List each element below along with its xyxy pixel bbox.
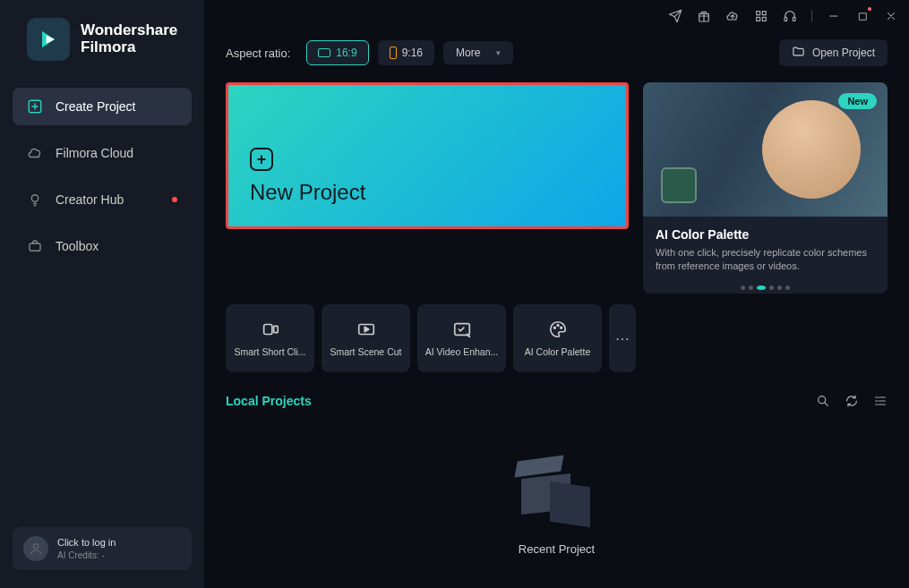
tool-more-button[interactable]: ⋯ (609, 304, 636, 372)
promo-card[interactable]: New AI Color Palette With one click, pre… (643, 82, 888, 294)
sidebar-item-label: Create Project (56, 99, 135, 114)
refresh-icon[interactable] (845, 394, 859, 408)
new-project-card[interactable]: + New Project (226, 82, 629, 229)
carousel-dots[interactable] (643, 278, 888, 294)
tool-ai-video-enhance[interactable]: AI Video Enhan... (417, 304, 506, 372)
aspect-16-9-button[interactable]: 16:9 (306, 40, 368, 65)
brand-line2: Filmora (81, 39, 177, 56)
avatar-icon (23, 536, 48, 561)
empty-box-icon (517, 453, 597, 524)
svg-point-3 (33, 544, 38, 549)
sidebar: Wondershare Filmora Create Project Filmo… (0, 0, 204, 588)
svg-rect-12 (263, 325, 271, 335)
chevron-down-icon: ▾ (496, 48, 501, 57)
more-aspect-button[interactable]: More ▾ (443, 41, 513, 64)
ar-9-16-text: 9:16 (402, 47, 423, 59)
titlebar (204, 0, 909, 32)
more-label: More (456, 47, 480, 59)
landscape-icon (318, 48, 330, 57)
login-label: Click to log in (57, 537, 116, 548)
apps-icon[interactable] (754, 9, 768, 23)
headset-icon[interactable] (783, 9, 797, 23)
aspect-ratio-label: Aspect ratio: (226, 47, 290, 60)
sidebar-item-filmora-cloud[interactable]: Filmora Cloud (13, 134, 192, 172)
portrait-icon (390, 47, 397, 59)
open-project-label: Open Project (812, 47, 875, 59)
sidebar-item-label: Filmora Cloud (56, 146, 133, 160)
list-view-icon[interactable] (873, 394, 888, 408)
promo-description: With one click, precisely replicate colo… (656, 246, 875, 273)
brand-logo: Wondershare Filmora (0, 18, 204, 88)
login-prompt[interactable]: Click to log in AI Credits: - (13, 527, 192, 570)
maximize-icon[interactable] (855, 9, 870, 23)
send-icon[interactable] (668, 9, 682, 23)
clip-icon (261, 320, 280, 339)
plus-square-icon (27, 98, 43, 115)
svg-rect-7 (757, 17, 760, 21)
cloud-upload-icon[interactable] (725, 9, 740, 23)
svg-point-16 (553, 327, 555, 328)
svg-rect-10 (793, 17, 795, 21)
svg-rect-8 (762, 17, 766, 21)
folder-icon (792, 45, 805, 61)
tool-ai-color-palette[interactable]: AI Color Palette (513, 304, 602, 372)
bulb-icon (27, 192, 43, 208)
sidebar-item-label: Creator Hub (56, 192, 124, 207)
svg-rect-5 (757, 12, 760, 15)
tool-label: AI Video Enhan... (423, 346, 501, 357)
ar-16-9-text: 16:9 (336, 47, 356, 59)
sidebar-item-create-project[interactable]: Create Project (13, 88, 192, 125)
tool-label: Smart Short Cli... (231, 346, 309, 357)
new-project-label: New Project (250, 180, 605, 205)
divider (811, 10, 812, 22)
close-icon[interactable] (884, 9, 898, 23)
aspect-9-16-button[interactable]: 9:16 (378, 40, 434, 65)
scene-cut-icon (356, 320, 376, 339)
svg-rect-2 (30, 243, 40, 251)
new-badge: New (838, 93, 877, 109)
recent-project-label: Recent Project (519, 542, 595, 556)
svg-rect-11 (859, 13, 866, 20)
svg-rect-6 (762, 12, 766, 15)
credits-label: AI Credits: - (57, 550, 116, 560)
svg-point-1 (31, 195, 39, 202)
minimize-icon[interactable] (827, 9, 841, 23)
empty-state: Recent Project (226, 408, 888, 556)
open-project-button[interactable]: Open Project (779, 39, 888, 66)
svg-point-19 (819, 396, 826, 404)
enhance-icon (452, 320, 472, 339)
notification-dot-icon (172, 197, 177, 202)
main-area: Aspect ratio: 16:9 9:16 More ▾ Open Proj… (204, 0, 909, 588)
filmora-logo-icon (27, 18, 70, 61)
more-dots-icon: ⋯ (615, 330, 630, 347)
svg-point-18 (560, 327, 562, 328)
sidebar-item-toolbox[interactable]: Toolbox (13, 227, 192, 265)
promo-image: New (643, 82, 888, 217)
cloud-icon (27, 145, 43, 161)
search-icon[interactable] (816, 394, 830, 408)
palette-icon (548, 320, 568, 339)
gift-icon[interactable] (697, 9, 711, 23)
local-projects-title[interactable]: Local Projects (226, 394, 312, 408)
svg-rect-13 (273, 326, 278, 332)
tool-label: AI Color Palette (519, 346, 596, 357)
sidebar-item-creator-hub[interactable]: Creator Hub (13, 181, 192, 218)
svg-point-17 (557, 325, 559, 327)
svg-rect-9 (785, 17, 787, 21)
plus-icon: + (250, 148, 273, 171)
promo-title: AI Color Palette (656, 227, 875, 242)
sidebar-item-label: Toolbox (56, 239, 99, 253)
brand-line1: Wondershare (81, 22, 177, 39)
tool-smart-short-clip[interactable]: Smart Short Cli... (226, 304, 314, 372)
toolbox-icon (27, 238, 43, 254)
tool-label: Smart Scene Cut (327, 346, 405, 357)
toolbar: Aspect ratio: 16:9 9:16 More ▾ Open Proj… (204, 32, 909, 82)
tool-smart-scene-cut[interactable]: Smart Scene Cut (322, 304, 410, 372)
